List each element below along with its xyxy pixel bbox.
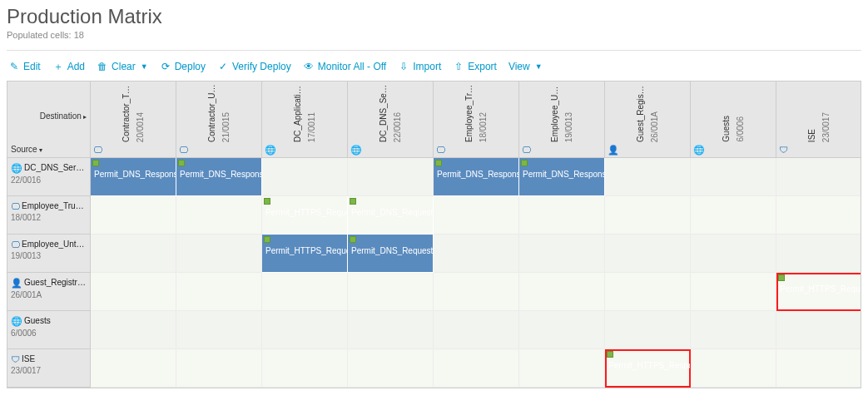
policy-cell[interactable]: Permit_HTTPS_Respo [605,349,691,388]
empty-cell[interactable] [262,311,348,349]
empty-cell[interactable] [605,311,691,349]
empty-cell[interactable] [176,311,262,349]
export-icon: ⇧ [453,61,464,72]
policy-cell[interactable]: Permit_DNS_Request [348,196,434,235]
column-header[interactable]: Employee_Truste...18/0012 [434,82,519,158]
empty-cell[interactable] [691,311,776,349]
policy-cell[interactable]: Permit_DNS_Respons [91,158,176,196]
empty-cell[interactable] [91,196,176,235]
column-id: 19/0013 [564,112,573,142]
empty-cell[interactable] [434,273,519,311]
empty-cell[interactable] [519,235,605,273]
empty-cell[interactable] [776,235,861,273]
row-header[interactable]: Guests6/0006 [7,311,91,349]
row-id: 6/0006 [11,329,87,338]
deploy-button[interactable]: ⟳ Deploy [160,61,206,72]
column-header[interactable]: Contractor_Untr...21/0015 [176,82,262,158]
empty-cell[interactable] [91,311,176,349]
empty-cell[interactable] [348,158,434,196]
empty-cell[interactable] [776,349,861,388]
empty-cell[interactable] [348,273,434,311]
column-header[interactable]: Guest_Registrat...26/001A [605,82,691,158]
empty-cell[interactable] [691,273,776,311]
policy-cell[interactable]: Permit_DNS_Respons [434,158,519,196]
empty-cell[interactable] [348,349,434,388]
edit-button[interactable]: ✎ Edit [8,61,41,72]
empty-cell[interactable] [262,273,348,311]
empty-cell[interactable] [776,196,861,235]
monitor-icon [436,144,445,156]
export-label: Export [468,61,497,72]
row-header[interactable]: Guest_Registrat...26/001A [7,273,91,311]
row-name: Employee_Truste... [11,201,87,211]
view-button[interactable]: View ▼ [508,61,543,72]
column-id: 23/0017 [821,112,831,142]
empty-cell[interactable] [434,311,519,349]
column-name: DC_Application_... [293,84,302,142]
clear-button[interactable]: 🗑 Clear ▼ [97,61,148,72]
row-header[interactable]: Employee_Untrus...19/0013 [7,235,91,273]
empty-cell[interactable] [91,349,176,388]
user-icon [608,144,619,156]
policy-label: Permit_DNS_Respons [180,170,262,179]
policy-cell[interactable]: Permit_HTTPS_Reque [262,235,348,273]
row-header[interactable]: DC_DNS_Servers22/0016 [7,158,91,196]
empty-cell[interactable] [776,158,861,196]
add-button[interactable]: ＋ Add [52,61,85,72]
user-icon [11,278,22,288]
row-id: 26/001A [11,290,87,299]
export-button[interactable]: ⇧ Export [453,61,497,72]
policy-cell[interactable]: Permit_HTTPS_Reque [262,196,348,235]
column-header[interactable]: DC_DNS_Servers22/0016 [348,82,434,158]
monitor-icon [179,144,188,156]
column-header[interactable]: Guests6/0006 [691,82,776,158]
empty-cell[interactable] [691,349,776,388]
empty-cell[interactable] [176,196,262,235]
monitor-icon [522,144,531,156]
empty-cell[interactable] [691,158,776,196]
monitor-icon [93,144,102,156]
empty-cell[interactable] [434,349,519,388]
empty-cell[interactable] [262,349,348,388]
empty-cell[interactable] [776,311,861,349]
import-button[interactable]: ⇩ Import [398,61,441,72]
column-header[interactable]: Employee_Untrus...19/0013 [519,82,605,158]
column-header[interactable]: Contractor_Trus...20/0014 [91,82,176,158]
empty-cell[interactable] [176,235,262,273]
empty-cell[interactable] [691,196,776,235]
empty-cell[interactable] [605,273,691,311]
empty-cell[interactable] [519,311,605,349]
row-name: ISE [11,354,87,364]
empty-cell[interactable] [605,196,691,235]
empty-cell[interactable] [691,235,776,273]
empty-cell[interactable] [605,235,691,273]
empty-cell[interactable] [519,349,605,388]
empty-cell[interactable] [348,311,434,349]
policy-cell[interactable]: Permit_HTTPS_Requ [776,273,861,311]
policy-cell[interactable]: Permit_DNS_Respons [176,158,262,196]
matrix-row: ISE23/0017Permit_HTTPS_Respo [7,349,861,388]
policy-cell[interactable]: Permit_DNS_Respons [519,158,605,196]
column-id: 20/0014 [136,112,145,142]
empty-cell[interactable] [519,273,605,311]
shield-icon [11,354,20,364]
empty-cell[interactable] [262,158,348,196]
verify-deploy-button[interactable]: ✓ Verify Deploy [217,61,291,72]
policy-label: Permit_HTTPS_Requ [780,284,861,294]
empty-cell[interactable] [434,235,519,273]
empty-cell[interactable] [91,273,176,311]
policy-label: Permit_DNS_Respons [94,170,176,179]
empty-cell[interactable] [519,196,605,235]
row-header[interactable]: Employee_Truste...18/0012 [7,196,91,235]
empty-cell[interactable] [605,158,691,196]
row-header[interactable]: ISE23/0017 [7,349,91,388]
column-header[interactable]: DC_Application_...17/0011 [262,82,348,158]
empty-cell[interactable] [91,235,176,273]
policy-cell[interactable]: Permit_DNS_Request [348,235,434,273]
empty-cell[interactable] [176,349,262,388]
empty-cell[interactable] [434,196,519,235]
check-icon [435,160,442,166]
column-header[interactable]: ISE23/0017 [776,82,861,158]
monitor-button[interactable]: 👁 Monitor All - Off [303,61,386,72]
empty-cell[interactable] [176,273,262,311]
